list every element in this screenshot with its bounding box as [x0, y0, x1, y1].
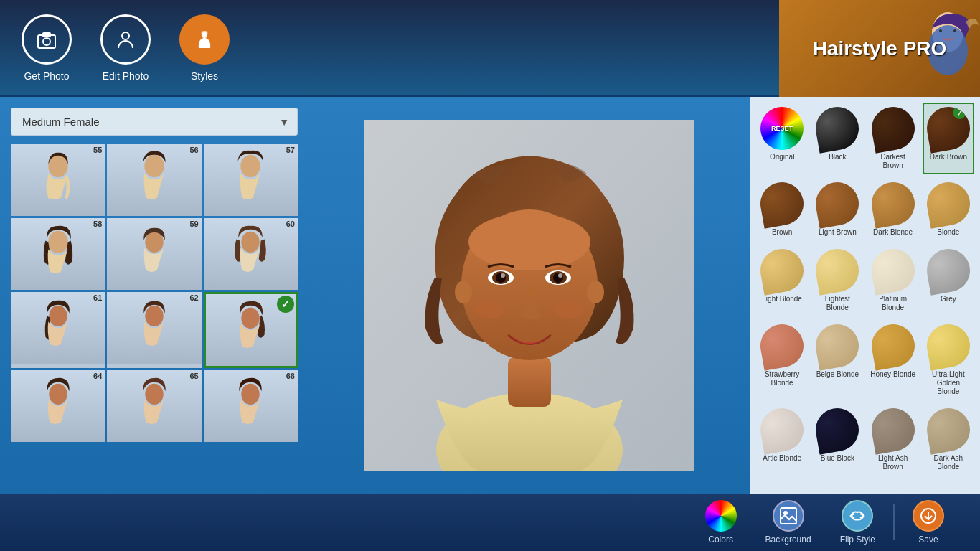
- style-num-60: 60: [286, 220, 295, 228]
- color-label-blue-black: Blue Black: [821, 454, 854, 463]
- color-label-light-blonde: Light Blonde: [762, 295, 802, 303]
- bottom-save[interactable]: Save: [898, 500, 958, 545]
- svg-rect-23: [508, 357, 551, 407]
- dark-blonde-swatch: [868, 179, 918, 229]
- style-num-66: 66: [286, 372, 295, 380]
- style-thumb-57: [204, 144, 298, 216]
- nav-get-photo-label: Get Photo: [24, 70, 69, 82]
- color-strawberry-blonde[interactable]: Strawberry Blonde: [756, 320, 808, 400]
- beige-blonde-swatch: [813, 321, 863, 371]
- svg-point-13: [145, 232, 163, 253]
- color-black[interactable]: Black: [811, 103, 863, 174]
- color-dark-brown[interactable]: ✓ Dark Brown: [923, 103, 974, 174]
- light-brown-swatch: [813, 179, 863, 229]
- svg-point-39: [783, 511, 788, 515]
- svg-point-29: [501, 273, 505, 278]
- svg-point-35: [555, 301, 583, 319]
- svg-point-7: [939, 29, 942, 32]
- color-label-brown: Brown: [772, 228, 792, 237]
- svg-point-17: [242, 308, 260, 329]
- colors-bottom-icon: [705, 500, 737, 532]
- color-beige-blonde[interactable]: Beige Blonde: [811, 320, 863, 400]
- nav-styles[interactable]: Styles: [179, 14, 230, 82]
- style-item-61[interactable]: 61: [11, 292, 105, 368]
- nav-edit-photo[interactable]: Edit Photo: [100, 14, 151, 82]
- svg-point-25: [468, 213, 590, 270]
- color-label-dark-ash-blonde: Dark Ash Blonde: [925, 454, 971, 471]
- style-item-57[interactable]: 57: [204, 144, 298, 216]
- style-item-56[interactable]: 56: [107, 144, 201, 216]
- background-bottom-label: Background: [765, 534, 811, 545]
- photo-container: [364, 120, 694, 471]
- selected-check-icon: ✓: [277, 296, 294, 313]
- photo-placeholder: [364, 120, 694, 471]
- color-label-light-ash-brown: Light Ash Brown: [870, 454, 916, 471]
- svg-point-11: [241, 155, 260, 177]
- save-bottom-label: Save: [918, 534, 938, 545]
- color-artic-blonde[interactable]: Artic Blonde: [756, 404, 808, 476]
- style-num-64: 64: [93, 372, 102, 380]
- style-item-60[interactable]: 60: [204, 218, 298, 290]
- color-brown[interactable]: Brown: [756, 178, 808, 241]
- color-darkest-brown[interactable]: Darkest Brown: [867, 103, 919, 174]
- color-blonde[interactable]: Blonde: [923, 178, 974, 241]
- color-light-ash-brown[interactable]: Light Ash Brown: [867, 404, 919, 476]
- logo-area: Hairstyle PRO: [779, 0, 980, 97]
- style-thumb-64: [11, 370, 105, 442]
- style-num-61: 61: [93, 293, 102, 302]
- photo-area: [308, 97, 750, 494]
- strawberry-blonde-swatch: [757, 321, 807, 371]
- color-lightest-blonde[interactable]: Lightest Blonde: [811, 245, 863, 316]
- style-item-66[interactable]: 66: [204, 370, 298, 442]
- save-bottom-icon: [913, 500, 944, 532]
- color-dark-blonde[interactable]: Dark Blonde: [867, 178, 919, 241]
- color-ultra-light-golden-blonde[interactable]: Ultra Light Golden Blonde: [923, 320, 974, 400]
- svg-rect-38: [781, 508, 796, 524]
- nav-edit-photo-label: Edit Photo: [103, 70, 149, 82]
- color-original[interactable]: RESET Original: [756, 103, 808, 174]
- style-item-62[interactable]: 62: [107, 292, 201, 368]
- style-item-64[interactable]: 64: [11, 370, 105, 442]
- black-swatch: [813, 103, 863, 154]
- light-blonde-swatch: [757, 245, 807, 296]
- style-thumb-62: [107, 292, 201, 364]
- color-label-strawberry-blonde: Strawberry Blonde: [759, 370, 805, 387]
- color-light-brown[interactable]: Light Brown: [811, 178, 863, 241]
- style-thumb-65: [107, 370, 201, 442]
- color-label-platinum-blonde: Platinum Blonde: [870, 295, 916, 312]
- style-num-56: 56: [189, 146, 198, 154]
- style-thumb-59: [107, 218, 201, 290]
- selected-color-check-icon: ✓: [952, 105, 967, 121]
- style-item-59[interactable]: 59: [107, 218, 201, 290]
- bottom-colors[interactable]: Colors: [691, 500, 751, 545]
- style-item-55[interactable]: 55: [11, 144, 105, 216]
- styles-dropdown[interactable]: Medium Female Short Female Long Female S…: [11, 108, 298, 136]
- color-grey[interactable]: Grey: [923, 245, 974, 316]
- colors-grid: RESET Original Black Darkest Brown ✓ Dar…: [756, 103, 974, 476]
- colors-bottom-label: Colors: [708, 534, 733, 545]
- color-honey-blonde[interactable]: Honey Blonde: [867, 320, 919, 400]
- style-item-63[interactable]: ✓: [204, 292, 298, 368]
- main-content: Medium Female Short Female Long Female S…: [0, 97, 980, 494]
- color-blue-black[interactable]: Blue Black: [811, 404, 863, 476]
- color-light-blonde[interactable]: Light Blonde: [756, 245, 808, 316]
- style-item-65[interactable]: 65: [107, 370, 201, 442]
- bottom-flip-style[interactable]: Flip Style: [826, 500, 890, 545]
- colors-panel: RESET Original Black Darkest Brown ✓ Dar…: [750, 97, 980, 494]
- flip-style-bottom-icon: [842, 500, 873, 532]
- color-dark-ash-blonde[interactable]: Dark Ash Blonde: [923, 404, 974, 476]
- nav-get-photo[interactable]: Get Photo: [22, 14, 72, 82]
- bottom-background[interactable]: Background: [751, 500, 826, 545]
- style-num-62: 62: [189, 293, 198, 302]
- style-item-58[interactable]: 58: [11, 218, 105, 290]
- camera-icon: [22, 14, 72, 65]
- platinum-blonde-swatch: [868, 245, 918, 296]
- svg-point-8: [953, 29, 956, 32]
- color-label-black: Black: [829, 153, 846, 161]
- svg-point-18: [49, 384, 67, 405]
- svg-point-37: [587, 281, 604, 303]
- dark-brown-swatch: ✓: [923, 103, 974, 154]
- color-platinum-blonde[interactable]: Platinum Blonde: [867, 245, 919, 316]
- color-label-light-brown: Light Brown: [819, 228, 857, 237]
- header: Get Photo Edit Photo Styles Hairst: [0, 0, 980, 97]
